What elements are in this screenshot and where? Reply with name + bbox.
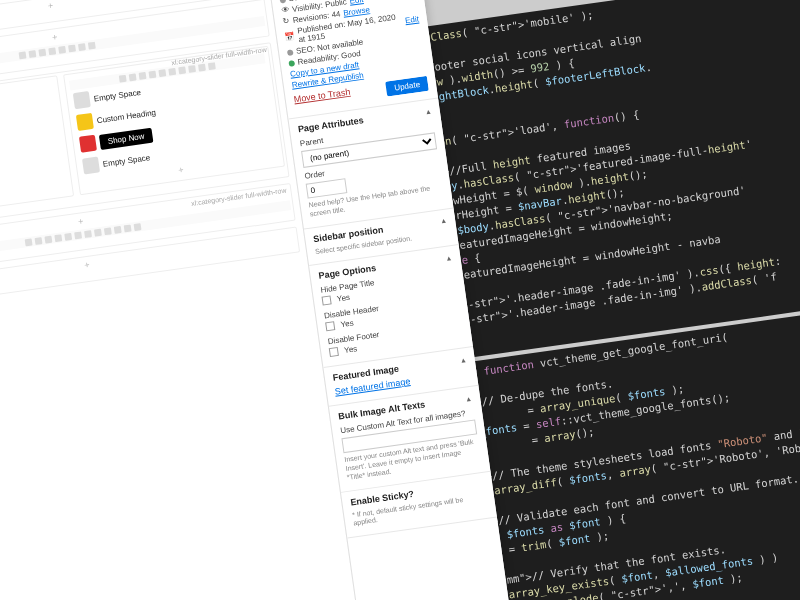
disable-header-checkbox[interactable]: [325, 321, 335, 331]
collapse-icon[interactable]: ▲: [465, 394, 473, 402]
panel-page-attributes: Page Attributes▲ Parent (no parent) Orde…: [289, 99, 454, 229]
collapse-icon[interactable]: ▲: [424, 107, 432, 115]
collapse-icon[interactable]: ▲: [440, 216, 448, 224]
edit-date-link[interactable]: Edit: [404, 14, 419, 25]
block-empty-space[interactable]: Empty Space: [0, 118, 61, 167]
disable-footer-checkbox[interactable]: [329, 347, 339, 357]
hide-title-checkbox[interactable]: [322, 296, 332, 306]
update-button[interactable]: Update: [385, 76, 428, 97]
wp-editor: + ✎⧉✕ + ✎⧉✕ xl:category-slider full-widt…: [0, 0, 513, 600]
collapse-icon[interactable]: ▲: [445, 254, 453, 262]
order-input[interactable]: [306, 178, 348, 198]
collapse-icon[interactable]: ▲: [459, 356, 467, 364]
